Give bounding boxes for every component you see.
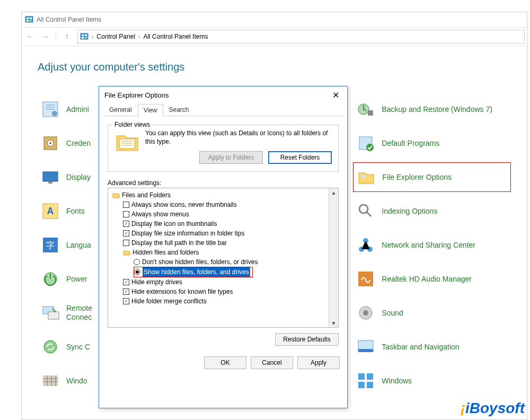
forward-button[interactable]: → — [39, 30, 51, 43]
cp-icon — [357, 168, 376, 187]
tree-item-label: Hide empty drives — [131, 277, 182, 287]
tree-item-6[interactable]: Don't show hidden files, folders, or dri… — [109, 257, 328, 267]
cp-item-right-1[interactable]: Default Programs — [353, 128, 511, 158]
up-button[interactable]: ↑ — [60, 30, 73, 43]
cp-icon — [41, 337, 60, 356]
svg-text:A: A — [47, 206, 54, 216]
tree-item-2[interactable]: ✓Display file icon on thumbnails — [109, 219, 328, 229]
checkbox[interactable] — [123, 211, 129, 217]
cp-item-label: Display — [66, 173, 91, 182]
cp-item-right-2[interactable]: File Explorer Options — [353, 162, 511, 192]
file-explorer-options-dialog: File Explorer Options ✕ General View Sea… — [99, 86, 348, 408]
folder-views-text: You can apply this view (such as Details… — [145, 129, 332, 146]
svg-point-11 — [52, 111, 57, 116]
tree-item-7[interactable]: Show hidden files, folders, and drives — [109, 267, 328, 277]
tree-item-8[interactable]: ✓Hide empty drives — [109, 277, 328, 287]
tree-item-0[interactable]: Always show icons, never thumbnails — [109, 200, 328, 209]
tab-search[interactable]: Search — [163, 103, 195, 116]
cp-item-label: Admini — [66, 105, 89, 114]
cp-item-right-5[interactable]: Realtek HD Audio Manager — [353, 264, 511, 294]
tree-item-1[interactable]: Always show menus — [109, 209, 328, 219]
tabstrip: General View Search — [103, 103, 343, 116]
cp-item-label: Backup and Restore (Windows 7) — [382, 105, 492, 114]
addressbar[interactable]: › Control Panel › All Control Panel Item… — [77, 30, 525, 43]
svg-point-24 — [44, 340, 57, 353]
svg-rect-30 — [361, 175, 365, 178]
tab-view[interactable]: View — [138, 104, 163, 116]
apply-button[interactable]: Apply — [297, 356, 340, 369]
cp-item-right-3[interactable]: Indexing Options — [353, 196, 511, 226]
svg-rect-15 — [43, 172, 58, 181]
svg-rect-23 — [48, 312, 59, 319]
checkbox[interactable] — [123, 202, 129, 208]
svg-rect-3 — [26, 20, 29, 22]
cancel-button[interactable]: Cancel — [251, 356, 293, 369]
folder-views-group: Folder views You can apply this view (su… — [108, 125, 339, 172]
chevron-right-icon: › — [92, 34, 93, 40]
watermark-brand: ¡iBoysoft — [461, 400, 525, 417]
apply-to-folders-button[interactable]: Apply to Folders — [199, 151, 263, 164]
cp-item-right-7[interactable]: Taskbar and Navigation — [353, 332, 511, 362]
scroll-up-icon[interactable]: ▲ — [329, 188, 338, 197]
addressbar-icon — [80, 32, 89, 41]
cp-item-label: Langua — [66, 241, 91, 250]
checkbox[interactable]: ✓ — [123, 298, 129, 304]
svg-point-37 — [363, 310, 368, 316]
page-title: Adjust your computer's settings — [38, 61, 511, 73]
svg-rect-40 — [358, 373, 365, 380]
tree-item-5[interactable]: Hidden files and folders — [109, 248, 328, 257]
svg-point-31 — [359, 205, 368, 213]
svg-rect-7 — [85, 34, 87, 36]
svg-rect-6 — [82, 34, 84, 36]
breadcrumb-0[interactable]: Control Panel — [96, 33, 135, 40]
back-button[interactable]: ← — [24, 30, 37, 43]
navbar: ← → ↑ › Control Panel › All Control Pane… — [22, 27, 527, 46]
cp-item-right-4[interactable]: Network and Sharing Center — [353, 230, 511, 260]
scroll-down-icon[interactable]: ▼ — [329, 319, 338, 327]
cp-item-right-0[interactable]: Backup and Restore (Windows 7) — [353, 94, 511, 124]
cp-item-label: Windows — [382, 377, 412, 386]
cp-item-right-8[interactable]: Windows — [353, 366, 511, 396]
ok-button[interactable]: OK — [204, 356, 246, 369]
cp-item-label: Fonts — [66, 207, 85, 216]
svg-text:字: 字 — [46, 241, 55, 250]
tree-item-label: Hide extensions for known file types — [131, 287, 233, 296]
tree-item-3[interactable]: ✓Display file size information in folder… — [109, 229, 328, 238]
cp-icon — [356, 371, 375, 390]
radio[interactable] — [134, 269, 140, 275]
cp-icon: 字 — [41, 235, 60, 255]
cp-item-label: Realtek HD Audio Manager — [382, 275, 472, 284]
svg-rect-9 — [85, 37, 87, 39]
checkbox[interactable] — [123, 240, 129, 246]
tab-general[interactable]: General — [103, 103, 138, 116]
cp-icon — [356, 337, 375, 356]
breadcrumb-1[interactable]: All Control Panel Items — [143, 33, 208, 40]
cp-icon — [356, 134, 375, 153]
tree-item-label: Hidden files and folders — [132, 248, 199, 257]
checkbox[interactable]: ✓ — [123, 230, 129, 237]
advanced-settings-label: Advanced settings: — [108, 179, 339, 187]
cp-icon — [356, 235, 375, 255]
tree-item-9[interactable]: ✓Hide extensions for known file types — [109, 287, 328, 296]
svg-rect-1 — [26, 18, 29, 19]
cp-item-label: Network and Sharing Center — [382, 241, 475, 250]
tree-item-10[interactable]: ✓Hide folder merge conflicts — [109, 296, 328, 306]
scrollbar[interactable]: ▲ ▼ — [329, 188, 338, 327]
tree-item-label: Don't show hidden files, folders, or dri… — [142, 257, 258, 267]
cp-item-label: Default Programs — [382, 139, 439, 148]
cp-icon — [41, 100, 60, 119]
folder-icon — [112, 192, 120, 198]
reset-folders-button[interactable]: Reset Folders — [268, 151, 332, 164]
advanced-settings-tree: Files and FoldersAlways show icons, neve… — [108, 188, 339, 328]
checkbox[interactable]: ✓ — [123, 221, 129, 227]
tree-item-label: Show hidden files, folders, and drives — [143, 267, 250, 277]
cp-item-right-6[interactable]: Sound — [353, 298, 511, 328]
close-button[interactable]: ✕ — [329, 89, 342, 101]
tree-item-label: Display file size information in folder … — [131, 229, 244, 238]
tree-item-4[interactable]: Display the full path in the title bar — [109, 238, 328, 248]
restore-defaults-button[interactable]: Restore Defaults — [275, 333, 339, 346]
checkbox[interactable]: ✓ — [123, 288, 129, 295]
tree-content: Files and FoldersAlways show icons, neve… — [108, 188, 329, 327]
radio[interactable] — [134, 259, 140, 265]
checkbox[interactable]: ✓ — [123, 279, 129, 285]
